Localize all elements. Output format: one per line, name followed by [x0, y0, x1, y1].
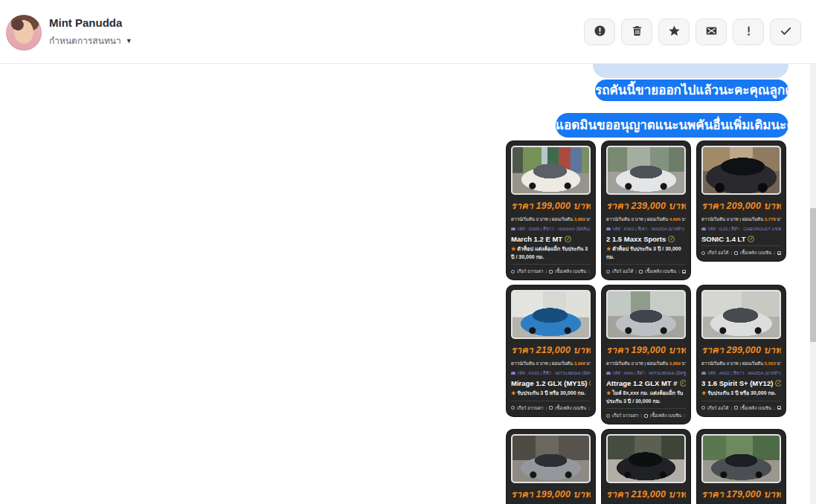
- finance-line: ดาวน์เริ่มต้น 0 บาท | ผ่อนเริ่มต้น 3,778…: [701, 216, 781, 223]
- gear-text: เกียร์ ธรรมดา: [517, 268, 543, 275]
- star-button[interactable]: [658, 19, 690, 45]
- installment-amount: 5,563: [765, 361, 776, 366]
- car-price: ราคา 209,000 บาท: [701, 198, 781, 213]
- fuel-text: เชื้อเพลิง เบนซิน: [740, 249, 771, 256]
- message-bubble: แอดมินขออนุญาตแนะนพคันอื่นเพิ่มเติมนะคะ: [556, 113, 788, 138]
- car-icon: [511, 227, 515, 230]
- car-photo: [511, 290, 591, 339]
- finance-line: ดาวน์เริ่มต้น 0 บาท | ผ่อนเริ่มต้น 3,889…: [511, 216, 591, 223]
- flag-button[interactable]: [733, 19, 764, 45]
- car-photo: [606, 146, 686, 195]
- star-icon: ★: [701, 390, 706, 395]
- highlight-text: ไมล์ 8x,xxx กม. แต่งล้อแม็ก รับ ประกัน 3…: [606, 390, 683, 404]
- fuel-icon: [734, 251, 738, 255]
- star-icon: [668, 25, 681, 40]
- year-icon: [682, 270, 686, 274]
- car-card[interactable]: ราคา 199,000 บาท ดาวน์เริ่มต้น 0 บาท | ผ…: [507, 141, 595, 280]
- finance-pre: ดาวน์เริ่มต้น 0 บาท | ผ่อนเริ่มต้น: [511, 361, 573, 366]
- car-card[interactable]: ราคา 179,000 บาท ดาวน์เริ่มต้น 0 บาท | ผ…: [697, 430, 786, 504]
- car-cards-grid: ราคา 199,000 บาท ดาวน์เริ่มต้น 0 บาท | ผ…: [507, 141, 786, 504]
- gear-text: เกียร์ ออโต้: [707, 249, 728, 256]
- fuel-text: เชื้อเพลิง เบนซิน: [740, 404, 771, 412]
- model-text: 3 1.6 Spirit S+ (MY12): [701, 379, 773, 387]
- code-line: รหัส : D005 | สีขาว · NISSAN (นิสสัน): [511, 225, 591, 233]
- car-price: ราคา 199,000 บาท: [511, 487, 591, 502]
- card-row: ราคา 199,000 บาท ดาวน์เริ่มต้น 0 บาท | ผ…: [507, 430, 786, 504]
- fuel-text: เชื้อเพลิง เบนซิน: [650, 412, 681, 419]
- installment-amount: 3,889: [669, 361, 681, 366]
- installment-amount: 3,889: [574, 217, 585, 222]
- code-line: รหัส : K033 | สีฟ้า · MITSUBISHI (มิตซูบ…: [511, 369, 591, 377]
- code-text: รหัส : K033 | สีฟ้า · MITSUBISHI (มิตซูบ…: [517, 369, 591, 377]
- finance-post: บาท | 84 งวด: [586, 217, 591, 222]
- gear-icon: [511, 406, 515, 410]
- car-card[interactable]: ราคา 199,000 บาท ดาวน์เริ่มต้น 0 บาท | ผ…: [602, 285, 690, 424]
- report-button[interactable]: [584, 19, 615, 45]
- conversation-header: Mint Panudda กำหนดการสนทนา ▼: [0, 0, 816, 64]
- conversation-settings-dropdown[interactable]: กำหนดการสนทนา ▼: [49, 33, 132, 48]
- gear-icon: [701, 251, 705, 255]
- finance-pre: ดาวน์เริ่มต้น 0 บาท | ผ่อนเริ่มต้น: [701, 217, 763, 222]
- code-line: รหัส : W54 | สีดำ · MITSUBISHI (มิตซูบิช…: [606, 369, 686, 377]
- fuel-icon: [549, 270, 553, 274]
- envelope-x-icon: [705, 25, 718, 40]
- car-icon: [606, 372, 611, 375]
- divider: |: [545, 269, 547, 274]
- car-icon: [606, 227, 611, 230]
- car-card[interactable]: ราคา 209,000 บาท ดาวน์เริ่มต้น 0 บาท | ผ…: [697, 141, 786, 261]
- check-icon: [780, 25, 792, 40]
- card-row: ราคา 199,000 บาท ดาวน์เริ่มต้น 0 บาท | ผ…: [507, 141, 786, 280]
- divider: |: [588, 269, 590, 274]
- card-footer: เกียร์ ธรรมดา | เชื้อเพลิง เบนซิน | ปี 2…: [511, 264, 591, 275]
- highlight-line: ★ รับประกัน 3 ปี หรือ 30,000 กม.: [511, 390, 591, 398]
- car-card[interactable]: ราคา 299,000 บาท ดาวน์เริ่มต้น 0 บาท | ผ…: [697, 285, 786, 416]
- divider: |: [678, 269, 680, 274]
- car-photo: [701, 146, 781, 195]
- highlight-text: รับประกัน 3 ปี หรือ 30,000 กม.: [517, 390, 585, 395]
- finance-post: บาท | 84 งวด: [681, 217, 686, 222]
- verified-badge-icon: ✓: [589, 380, 591, 387]
- highlight-line: ★ ไมล์ 8x,xxx กม. แต่งล้อแม็ก รับ ประกัน…: [606, 390, 686, 405]
- fuel-icon: [644, 414, 648, 418]
- highlight-line: ★ รับประกัน 3 ปี หรือ 30,000 กม.: [701, 390, 781, 398]
- finance-pre: ดาวน์เริ่มต้น 0 บาท | ผ่อนเริ่มต้น: [606, 217, 668, 222]
- delete-button[interactable]: [621, 19, 652, 45]
- scrollbar-thumb[interactable]: [810, 208, 816, 342]
- finance-line: ดาวน์เริ่มต้น 0 บาท | ผ่อนเริ่มต้น 4,696…: [606, 216, 686, 223]
- model-name: Mirage 1.2 GLX (MY15)✓: [511, 379, 591, 387]
- gear-text: เกียร์ ออโต้: [612, 268, 633, 275]
- car-card[interactable]: ราคา 239,000 บาท ดาวน์เริ่มต้น 0 บาท | ผ…: [602, 141, 690, 280]
- highlight-line: ★ ตัวท็อป แต่งล้อแม็ก รับประกัน 3 ปี / 3…: [511, 245, 591, 261]
- finance-line: ดาวน์เริ่มต้น 0 บาท | ผ่อนเริ่มต้น 3,889…: [606, 360, 686, 367]
- code-line: รหัส : A902 | สีขาว · MAZDA (มาสด้า): [701, 369, 781, 377]
- divider: |: [684, 413, 685, 418]
- conversation-settings-label: กำหนดการสนทนา: [49, 33, 121, 48]
- model-name: March 1.2 E MT✓: [511, 235, 591, 243]
- model-text: Mirage 1.2 GLX (MY15): [511, 379, 587, 387]
- car-price: ราคา 199,000 บาท: [606, 343, 686, 358]
- car-card[interactable]: ราคา 219,000 บาท ดาวน์เริ่มต้น 0 บาท | ผ…: [507, 285, 595, 416]
- gear-text: เกียร์ ธรรมดา: [517, 404, 543, 412]
- car-photo: [701, 434, 781, 483]
- finance-pre: ดาวน์เริ่มต้น 0 บาท | ผ่อนเริ่มต้น: [606, 361, 668, 366]
- fuel-text: เชื้อเพลิง เบนซิน: [555, 268, 586, 275]
- installment-amount: 4,696: [669, 217, 681, 222]
- car-photo: [606, 290, 686, 339]
- fuel-icon: [549, 406, 553, 410]
- car-card[interactable]: ราคา 219,000 บาท ดาวน์เริ่มต้น 0 บาท | ผ…: [602, 430, 690, 504]
- highlight-line: ★ ตัวท็อป รับประกัน 3 ปี / 30,000 กม.: [606, 245, 686, 261]
- mark-done-button[interactable]: [770, 19, 801, 45]
- avatar[interactable]: [6, 15, 42, 51]
- card-footer: เกียร์ ออโต้ | เชื้อเพลิง เบนซิน | ปี 20…: [701, 401, 781, 412]
- highlight-text: ตัวท็อป รับประกัน 3 ปี / 30,000 กม.: [606, 246, 681, 259]
- model-text: Attrage 1.2 GLX MT #: [606, 379, 678, 387]
- car-icon: [511, 372, 515, 375]
- fuel-text: เชื้อเพลิง เบนซิน: [645, 268, 676, 275]
- highlight-text: ตัวท็อป แต่งล้อแม็ก รับประกัน 3 ปี / 30,…: [511, 246, 588, 259]
- card-row: ราคา 219,000 บาท ดาวน์เริ่มต้น 0 บาท | ผ…: [507, 285, 786, 424]
- mark-unread-button[interactable]: [695, 19, 727, 45]
- car-icon: [701, 372, 706, 375]
- car-card[interactable]: ราคา 199,000 บาท ดาวน์เริ่มต้น 0 บาท | ผ…: [507, 430, 595, 504]
- caret-down-icon: ▼: [126, 37, 132, 45]
- finance-pre: ดาวน์เริ่มต้น 0 บาท | ผ่อนเริ่มต้น: [511, 217, 573, 222]
